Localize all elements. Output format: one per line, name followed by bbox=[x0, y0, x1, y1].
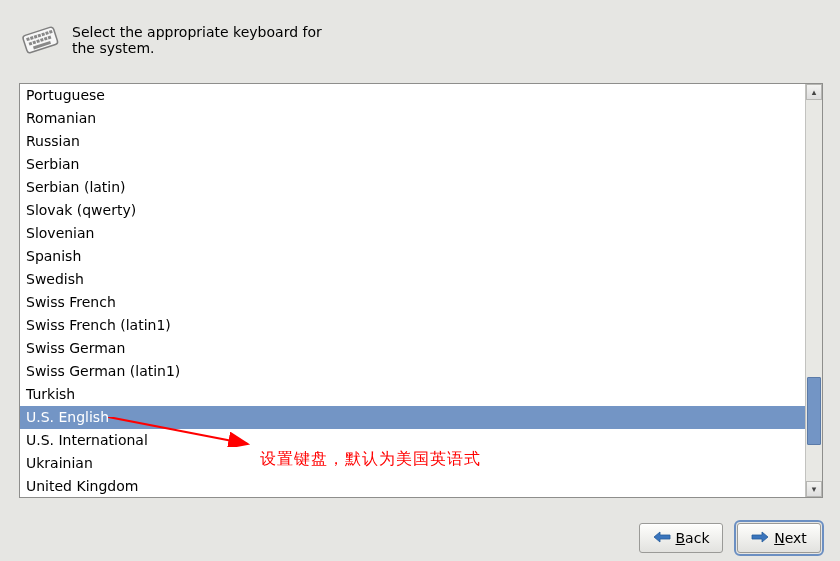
scrollbar[interactable]: ▴ ▾ bbox=[805, 84, 822, 497]
keyboard-list[interactable]: PortugueseRomanianRussianSerbianSerbian … bbox=[19, 83, 823, 498]
list-item[interactable]: Serbian bbox=[20, 153, 805, 176]
next-button-label: Next bbox=[774, 530, 807, 546]
back-button[interactable]: Back bbox=[639, 523, 723, 553]
scroll-down-button[interactable]: ▾ bbox=[806, 481, 822, 497]
instruction-text: Select the appropriate keyboard for the … bbox=[72, 22, 332, 56]
keyboard-icon bbox=[18, 22, 62, 56]
list-item[interactable]: Russian bbox=[20, 130, 805, 153]
list-item[interactable]: Slovenian bbox=[20, 222, 805, 245]
list-item[interactable]: U.S. English bbox=[20, 406, 805, 429]
list-item[interactable]: Portuguese bbox=[20, 84, 805, 107]
list-item[interactable]: Slovak (qwerty) bbox=[20, 199, 805, 222]
header: Select the appropriate keyboard for the … bbox=[18, 22, 332, 56]
keyboard-list-items[interactable]: PortugueseRomanianRussianSerbianSerbian … bbox=[20, 84, 805, 497]
list-item[interactable]: Swiss German (latin1) bbox=[20, 360, 805, 383]
list-item[interactable]: Swiss French bbox=[20, 291, 805, 314]
next-button[interactable]: Next bbox=[737, 523, 821, 553]
scroll-up-button[interactable]: ▴ bbox=[806, 84, 822, 100]
scroll-thumb[interactable] bbox=[807, 377, 821, 445]
list-item[interactable]: Serbian (latin) bbox=[20, 176, 805, 199]
list-item[interactable]: U.S. International bbox=[20, 429, 805, 452]
wizard-buttons: Back Next bbox=[639, 523, 821, 553]
scroll-track[interactable] bbox=[806, 100, 822, 481]
arrow-right-icon bbox=[751, 530, 769, 546]
list-item[interactable]: Ukrainian bbox=[20, 452, 805, 475]
list-item[interactable]: Swiss French (latin1) bbox=[20, 314, 805, 337]
list-item[interactable]: United Kingdom bbox=[20, 475, 805, 497]
list-item[interactable]: Spanish bbox=[20, 245, 805, 268]
list-item[interactable]: Romanian bbox=[20, 107, 805, 130]
list-item[interactable]: Swiss German bbox=[20, 337, 805, 360]
list-item[interactable]: Swedish bbox=[20, 268, 805, 291]
back-button-label: Back bbox=[676, 530, 710, 546]
arrow-left-icon bbox=[653, 530, 671, 546]
list-item[interactable]: Turkish bbox=[20, 383, 805, 406]
